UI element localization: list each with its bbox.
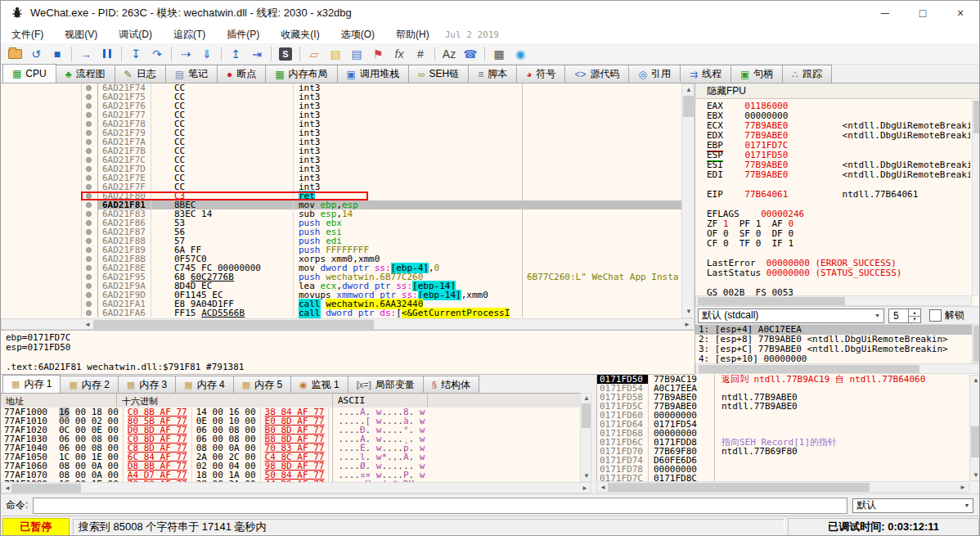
call-phone-button[interactable]: ☎ <box>461 45 480 63</box>
stack-row[interactable]: 0171FD7C0171FD8C <box>597 474 970 481</box>
stack-hscrollbar[interactable]: ◄ ► <box>596 481 969 493</box>
tab-notes[interactable]: ▤笔记 <box>165 65 218 83</box>
args-vscrollbar[interactable] <box>972 324 980 363</box>
globe-button[interactable]: ◉ <box>510 45 530 63</box>
disasm-row[interactable]: 6AD21FA6FF15 ACD5566Bcall dword ptr ds:[… <box>1 309 681 318</box>
tab-graph[interactable]: ♣流程图 <box>56 65 115 83</box>
tab-memory-4[interactable]: ▦内存 4 <box>175 376 233 393</box>
arg-depth-spinner[interactable]: 5 ▲ ▼ <box>888 309 921 323</box>
menu-item[interactable]: 调试(D) <box>108 26 163 43</box>
register-list[interactable]: EAX 01186000EBX 00000000ECX 77B9ABE0 <nt… <box>695 98 970 295</box>
tab-memory-5[interactable]: ▦内存 5 <box>233 376 291 393</box>
menu-item[interactable]: 插件(P) <box>216 26 270 43</box>
open-file-button[interactable] <box>5 45 25 63</box>
column-header-ascii[interactable]: ASCII <box>333 394 428 408</box>
close-button[interactable]: × <box>942 1 979 25</box>
column-header-hex[interactable]: 十六进制 <box>117 394 333 408</box>
tab-call-stack[interactable]: ▣调用堆栈 <box>337 65 409 83</box>
functions-button[interactable]: fx <box>389 45 409 63</box>
call-arguments-list[interactable]: 1: [esp+4] A0C17EEA2: [esp+8] 77B9ABE0 <… <box>695 324 972 364</box>
memory-dump-rows[interactable]: 77AF100016 00 18 00C0 8B AF 7714 00 16 0… <box>1 408 580 482</box>
strings-button[interactable]: Az <box>439 45 459 63</box>
tab-references[interactable]: ◎引用 <box>628 65 680 83</box>
scylla-button[interactable]: S <box>276 45 295 63</box>
disasm-hthumb[interactable] <box>93 320 374 329</box>
step-over-button[interactable]: ↷ <box>147 45 167 63</box>
stack-vthumb[interactable] <box>971 426 980 457</box>
tab-struct[interactable]: §结构体 <box>423 376 479 393</box>
hash-button[interactable]: # <box>411 45 430 63</box>
tab-locals[interactable]: [x=]局部变量 <box>348 376 424 393</box>
memory-hscrollbar[interactable]: ◄ ► <box>1 482 591 493</box>
stack-vscrollbar[interactable]: ▲ ▼ <box>969 375 980 481</box>
execute-till-return-button[interactable]: ⇢ <box>176 45 196 63</box>
memory-vscrollbar[interactable]: ▲ ▼ <box>580 393 591 482</box>
tab-memory-1[interactable]: ▦内存 1 <box>2 375 61 393</box>
step-into-button[interactable]: ↧ <box>126 45 146 63</box>
tab-handles[interactable]: ▣句柄 <box>731 65 783 83</box>
breakpoint-dot[interactable] <box>81 309 98 318</box>
registers-hthumb[interactable] <box>698 297 845 305</box>
breakpoint-dot[interactable] <box>81 291 98 300</box>
tab-cpu[interactable]: ▦CPU <box>2 64 56 83</box>
tab-symbols[interactable]: ◕符号 <box>516 65 565 83</box>
registers-vscrollbar[interactable] <box>972 98 980 295</box>
step-back-button[interactable]: ↥ <box>226 45 245 63</box>
breakpoint-dot[interactable] <box>81 83 98 92</box>
minimize-button[interactable]: ─ <box>866 1 904 25</box>
maximize-button[interactable]: □ <box>904 1 942 25</box>
pause-button[interactable] <box>97 45 117 63</box>
command-profile-dropdown[interactable]: 默认 ▼ <box>852 498 973 513</box>
disassembly-view[interactable]: 6AD21F74CCint36AD21F75CCint36AD21F76CCin… <box>1 83 682 318</box>
menu-item[interactable]: 选项(O) <box>330 26 385 43</box>
breakpoint-dot[interactable] <box>81 218 98 227</box>
menu-item[interactable]: 收藏夹(I) <box>270 26 330 43</box>
register-line[interactable]: CF 0 TF 0 IF 1 <box>707 239 970 249</box>
tab-source[interactable]: <>源代码 <box>564 65 629 83</box>
tab-memory-3[interactable]: ▦内存 3 <box>118 376 176 393</box>
patches-button[interactable]: ▱ <box>304 45 324 63</box>
breakpoint-dot[interactable] <box>81 119 98 128</box>
breakpoint-dot[interactable] <box>81 236 98 245</box>
run-to-user-code-button[interactable]: ⇥ <box>247 45 267 63</box>
calling-convention-dropdown[interactable]: 默认 (stdcall) ▼ <box>698 309 884 323</box>
tab-memory-map[interactable]: ▦内存布局 <box>265 65 337 83</box>
breakpoint-dot[interactable] <box>81 173 98 182</box>
args-vthumb[interactable] <box>973 326 980 362</box>
disasm-row[interactable]: 6AD21F80C3ret <box>1 191 681 200</box>
step-out-button[interactable]: ⇓ <box>197 45 217 63</box>
tab-breakpoints[interactable]: ●断点 <box>217 65 266 83</box>
hide-fpu-button[interactable]: 隐藏FPU <box>695 83 980 99</box>
register-line[interactable]: GS 002B FS 0053 <box>707 288 970 295</box>
run-button[interactable]: → <box>76 45 96 63</box>
breakpoint-dot[interactable] <box>81 263 98 273</box>
comments-button[interactable]: ▤ <box>326 45 345 63</box>
tab-watch-1[interactable]: ◉监视 1 <box>290 376 348 393</box>
tab-memory-2[interactable]: ▦内存 2 <box>60 376 118 393</box>
memory-vthumb[interactable] <box>582 403 591 428</box>
tab-seh[interactable]: ∞SEH链 <box>408 65 469 83</box>
args-hthumb[interactable] <box>699 365 919 373</box>
registers-vthumb[interactable] <box>973 101 980 133</box>
register-line[interactable]: EDI 77B9ABE0 <ntdll.DbgUiRemoteBreakin> <box>707 170 970 180</box>
column-header-address[interactable]: 地址 <box>1 394 117 408</box>
breakpoint-dot[interactable] <box>81 200 98 209</box>
stack-hthumb[interactable] <box>608 483 870 492</box>
breakpoint-dot[interactable] <box>81 227 98 236</box>
args-hscrollbar[interactable] <box>695 363 980 374</box>
stop-button[interactable]: ■ <box>47 45 67 63</box>
breakpoint-dot[interactable] <box>81 245 98 254</box>
menu-item[interactable]: 文件(F) <box>1 26 54 43</box>
breakpoint-dot[interactable] <box>81 254 98 263</box>
disasm-vthumb[interactable] <box>683 96 694 117</box>
register-line[interactable]: LastStatus 00000000 (STATUS_SUCCESS) <box>707 268 970 278</box>
register-line[interactable]: EIP 77B64061 ntdll.77B64061 <box>707 190 970 200</box>
breakpoint-dot[interactable] <box>81 282 98 291</box>
breakpoint-dot[interactable] <box>81 182 98 191</box>
stack-view[interactable]: 0171FD5077B9AC19返回到 ntdll.77B9AC19 自 ntd… <box>596 375 970 481</box>
memory-hthumb[interactable] <box>11 484 81 493</box>
breakpoint-dot[interactable] <box>81 101 98 110</box>
breakpoint-dot[interactable] <box>81 209 98 218</box>
breakpoint-dot[interactable] <box>81 164 98 173</box>
command-input[interactable] <box>33 498 847 514</box>
